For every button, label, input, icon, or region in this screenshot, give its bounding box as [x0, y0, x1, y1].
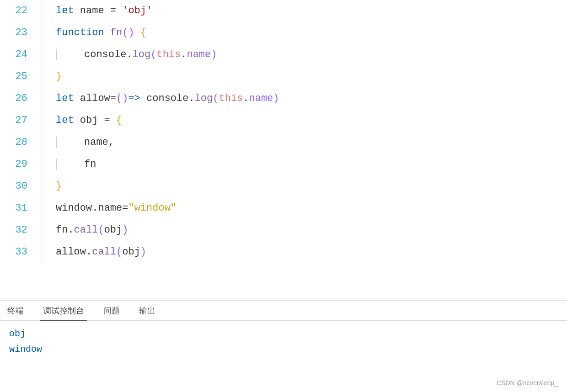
- token: (: [213, 93, 219, 104]
- gutter: [37, 154, 42, 175]
- token: {: [116, 115, 122, 126]
- code-content: window.name="window": [42, 197, 567, 219]
- code-line: 22let name = 'obj': [0, 0, 567, 22]
- line-number: 25: [0, 66, 37, 88]
- line-number: 33: [0, 241, 37, 263]
- line-number: 26: [0, 88, 37, 110]
- code-line: 29fn: [0, 154, 567, 175]
- code-line: 26let allow=()=> console.log(this.name): [0, 88, 567, 110]
- code-editor: 22let name = 'obj'23function fn() {24con…: [0, 0, 567, 301]
- code-content: }: [42, 175, 567, 197]
- line-number: 29: [0, 154, 37, 175]
- token: name: [187, 49, 211, 60]
- token: name: [249, 93, 273, 104]
- token: obj: [104, 224, 123, 236]
- line-number: 31: [0, 197, 37, 219]
- tab-bar: 终端调试控制台问题输出: [0, 301, 567, 321]
- token: name =: [74, 5, 123, 16]
- token: name,: [84, 137, 114, 148]
- token: allow=: [74, 93, 116, 104]
- token: ): [122, 224, 128, 236]
- line-number: 30: [0, 175, 37, 197]
- token: call: [92, 246, 116, 258]
- token: .: [243, 93, 249, 104]
- code-line: 23function fn() {: [0, 22, 567, 44]
- token: ): [128, 27, 134, 38]
- indent-bar: name,: [56, 137, 114, 148]
- token: log: [133, 49, 151, 60]
- code-line: 31window.name="window": [0, 197, 567, 219]
- code-content: allow.call(obj): [42, 241, 567, 263]
- gutter: [37, 66, 42, 88]
- tab-item[interactable]: 终端: [5, 301, 27, 321]
- gutter: [37, 175, 42, 197]
- code-content: function fn() {: [42, 22, 567, 44]
- code-content: name,: [42, 132, 567, 154]
- token: =>: [128, 93, 140, 104]
- gutter: [37, 110, 42, 132]
- token: call: [74, 224, 98, 236]
- code-content: fn: [42, 154, 567, 175]
- token: .: [181, 49, 187, 60]
- token: log: [195, 93, 213, 104]
- token: name=: [98, 202, 128, 214]
- line-number: 32: [0, 219, 37, 241]
- token: (: [122, 27, 128, 38]
- code-line: 24console.log(this.name): [0, 44, 567, 66]
- token: .: [92, 202, 98, 214]
- token: (: [98, 224, 104, 236]
- tab-item[interactable]: 调试控制台: [40, 301, 87, 321]
- token: ): [140, 246, 146, 258]
- code-line: 28name,: [0, 132, 567, 154]
- console-output-line: obj: [9, 326, 558, 342]
- indent-bar: console.log(this.name): [56, 49, 217, 60]
- line-number: 23: [0, 22, 37, 44]
- token: fn: [84, 159, 96, 170]
- line-number: 28: [0, 132, 37, 154]
- token: let: [56, 93, 74, 104]
- code-content: let allow=()=> console.log(this.name): [42, 88, 567, 110]
- token: 'obj': [122, 5, 152, 16]
- tab-item[interactable]: 输出: [136, 301, 158, 321]
- token: .: [188, 93, 194, 104]
- token: [104, 27, 110, 38]
- token: .: [126, 49, 132, 60]
- code-content: console.log(this.name): [42, 44, 567, 66]
- code-line: 33allow.call(obj): [0, 241, 567, 263]
- line-number: 24: [0, 44, 37, 66]
- attribution-text: CSDN @neversleep_: [497, 379, 558, 387]
- token: console: [84, 49, 126, 60]
- token: (: [150, 49, 156, 60]
- code-line: 27let obj = {: [0, 110, 567, 132]
- token: window: [56, 202, 92, 214]
- token: }: [56, 180, 62, 192]
- token: fn: [110, 27, 122, 38]
- gutter: [37, 241, 42, 263]
- token: fn: [56, 224, 68, 236]
- gutter: [37, 22, 42, 44]
- console-output-line: window: [9, 342, 558, 357]
- token: obj =: [74, 115, 116, 126]
- code-line: 32fn.call(obj): [0, 219, 567, 241]
- gutter: [37, 132, 42, 154]
- gutter: [37, 219, 42, 241]
- token: }: [56, 71, 62, 82]
- line-number: 22: [0, 0, 37, 22]
- code-content: fn.call(obj): [42, 219, 567, 241]
- token: ): [211, 49, 217, 60]
- indent-bar: fn: [56, 159, 96, 170]
- code-content: }: [42, 66, 567, 88]
- console-output: objwindow: [0, 321, 567, 392]
- tab-item[interactable]: 问题: [101, 301, 123, 321]
- token: .: [86, 246, 92, 258]
- code-lines: 22let name = 'obj'23function fn() {24con…: [0, 0, 567, 300]
- code-line: 30}: [0, 175, 567, 197]
- gutter: [37, 0, 42, 22]
- code-line: 25}: [0, 66, 567, 88]
- token: {: [134, 27, 146, 38]
- token: this: [219, 93, 243, 104]
- token: (: [116, 246, 122, 258]
- token: "window": [128, 202, 177, 214]
- token: this: [156, 49, 181, 60]
- token: allow: [56, 246, 86, 258]
